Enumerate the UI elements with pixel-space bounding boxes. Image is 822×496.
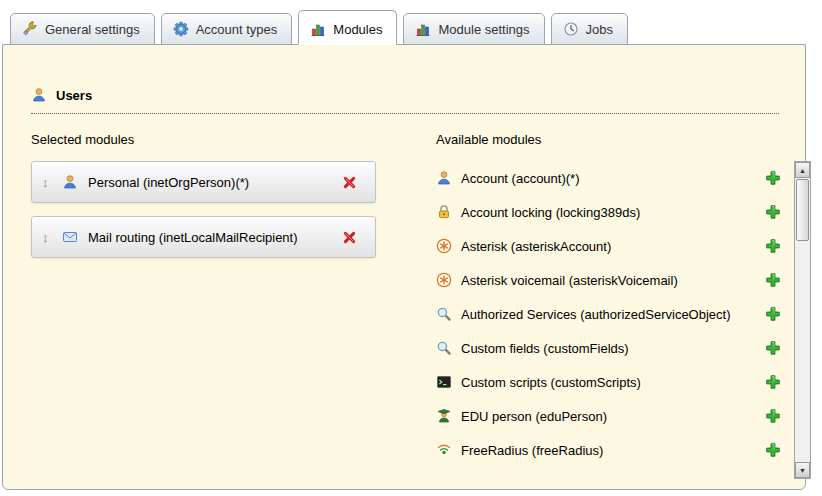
person-icon	[31, 87, 47, 103]
plus-icon	[765, 204, 781, 220]
tab-label: Account types	[196, 22, 278, 37]
plus-icon	[765, 340, 781, 356]
module-label: Custom fields (customFields)	[461, 341, 768, 356]
module-label: Account (account)(*)	[461, 171, 768, 186]
tab-modules[interactable]: Modules	[298, 10, 397, 45]
page-title: Users	[56, 88, 92, 103]
add-module-button[interactable]	[768, 237, 786, 255]
list-item: FreeRadius (freeRadius)	[436, 433, 786, 467]
wrench-icon	[22, 21, 38, 37]
tab-label: Jobs	[586, 22, 613, 37]
asterisk-icon	[436, 238, 452, 254]
module-label: FreeRadius (freeRadius)	[461, 443, 768, 458]
selected-module-personal[interactable]: ↕ Personal (inetOrgPerson)(*)	[31, 161, 376, 203]
gear-badge-icon	[173, 21, 189, 37]
delete-icon	[341, 174, 357, 190]
tab-bar: General settings Account types Modules M…	[0, 0, 822, 44]
plus-icon	[765, 306, 781, 322]
add-module-button[interactable]	[768, 169, 786, 187]
remove-module-button[interactable]	[345, 228, 363, 246]
tab-label: Module settings	[438, 22, 529, 37]
person-icon	[62, 174, 78, 190]
add-module-button[interactable]	[768, 339, 786, 357]
available-modules-heading: Available modules	[436, 132, 811, 147]
plus-icon	[765, 170, 781, 186]
bar-chart-icon	[310, 21, 326, 37]
tab-jobs[interactable]: Jobs	[551, 13, 628, 45]
list-item: Asterisk (asteriskAccount)	[436, 229, 786, 263]
person-icon	[436, 170, 452, 186]
lock-icon	[436, 204, 452, 220]
bar-chart-icon	[415, 21, 431, 37]
plus-icon	[765, 374, 781, 390]
list-item: Authorized Services (authorizedServiceOb…	[436, 297, 786, 331]
add-module-button[interactable]	[768, 203, 786, 221]
add-module-button[interactable]	[768, 407, 786, 425]
graduate-person-icon	[436, 408, 452, 424]
mail-icon	[62, 229, 78, 245]
module-label: Custom scripts (customScripts)	[461, 375, 768, 390]
remove-module-button[interactable]	[345, 173, 363, 191]
modules-panel: Users Selected modules ↕ Personal (inetO…	[2, 44, 806, 490]
drag-handle-icon[interactable]: ↕	[42, 175, 62, 190]
module-label: Mail routing (inetLocalMailRecipient)	[88, 230, 345, 245]
asterisk-icon	[436, 272, 452, 288]
module-label: Account locking (locking389ds)	[461, 205, 768, 220]
module-label: Authorized Services (authorizedServiceOb…	[461, 307, 768, 322]
radio-waves-icon	[436, 442, 452, 458]
clock-icon	[563, 21, 579, 37]
module-label: Personal (inetOrgPerson)(*)	[88, 175, 345, 190]
module-label: Asterisk (asteriskAccount)	[461, 239, 768, 254]
scrollbar-track[interactable]	[795, 178, 810, 462]
list-item: Account (account)(*)	[436, 161, 786, 195]
list-item: Asterisk voicemail (asteriskVoicemail)	[436, 263, 786, 297]
list-item: Custom scripts (customScripts)	[436, 365, 786, 399]
tab-label: Modules	[333, 22, 382, 37]
add-module-button[interactable]	[768, 373, 786, 391]
list-item: Account locking (locking389ds)	[436, 195, 786, 229]
scroll-up-button[interactable]: ▲	[795, 162, 810, 178]
list-item: EDU person (eduPerson)	[436, 399, 786, 433]
terminal-icon	[436, 374, 452, 390]
scrollbar-thumb[interactable]	[796, 179, 809, 241]
drag-handle-icon[interactable]: ↕	[42, 230, 62, 245]
list-item: Custom fields (customFields)	[436, 331, 786, 365]
module-label: Asterisk voicemail (asteriskVoicemail)	[461, 273, 768, 288]
add-module-button[interactable]	[768, 441, 786, 459]
users-section-header: Users	[31, 87, 779, 114]
available-modules-list: Account (account)(*) Account locking (lo…	[436, 161, 786, 467]
add-module-button[interactable]	[768, 305, 786, 323]
magnifier-icon	[436, 306, 452, 322]
selected-module-mail-routing[interactable]: ↕ Mail routing (inetLocalMailRecipient)	[31, 216, 376, 258]
tab-module-settings[interactable]: Module settings	[403, 13, 544, 45]
delete-icon	[341, 229, 357, 245]
plus-icon	[765, 408, 781, 424]
plus-icon	[765, 272, 781, 288]
tab-account-types[interactable]: Account types	[161, 13, 293, 45]
plus-icon	[765, 442, 781, 458]
plus-icon	[765, 238, 781, 254]
magnifier-icon	[436, 340, 452, 356]
vertical-scrollbar[interactable]: ▲ ▼	[794, 161, 811, 479]
module-label: EDU person (eduPerson)	[461, 409, 768, 424]
tab-label: General settings	[45, 22, 140, 37]
tab-general-settings[interactable]: General settings	[10, 13, 155, 45]
scroll-down-button[interactable]: ▼	[795, 462, 810, 478]
selected-modules-heading: Selected modules	[31, 132, 406, 147]
add-module-button[interactable]	[768, 271, 786, 289]
